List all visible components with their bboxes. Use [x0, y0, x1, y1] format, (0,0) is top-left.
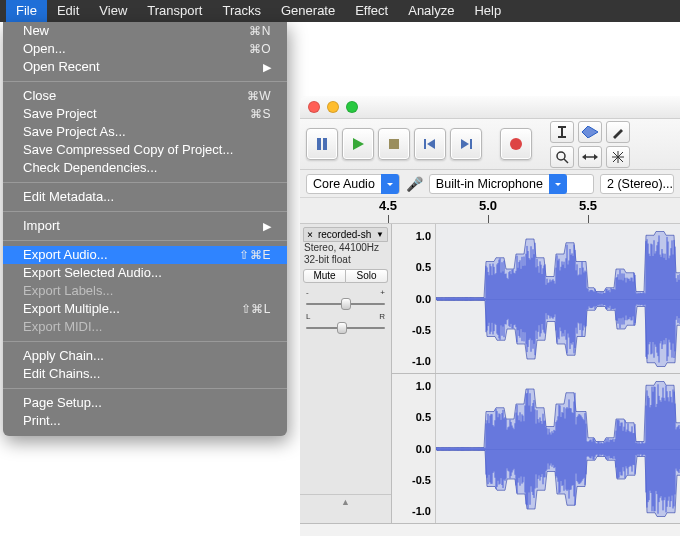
solo-button[interactable]: Solo: [346, 269, 388, 283]
menu-item-edit-metadata[interactable]: Edit Metadata...: [3, 188, 287, 206]
menu-item-export-labels[interactable]: Export Labels...: [3, 282, 287, 300]
menu-item-save-project-as[interactable]: Save Project As...: [3, 123, 287, 141]
menu-item-close[interactable]: Close⌘W: [3, 87, 287, 105]
title-bar: [300, 96, 680, 118]
chevron-down-icon: ▼: [376, 230, 384, 239]
menu-item-import[interactable]: Import▶: [3, 217, 287, 235]
transport-toolbar: [300, 118, 680, 170]
svg-marker-7: [461, 139, 469, 149]
menu-analyze[interactable]: Analyze: [398, 0, 464, 22]
menu-tracks[interactable]: Tracks: [212, 0, 271, 22]
track-format: Stereo, 44100Hz: [300, 242, 391, 254]
collapse-track-button[interactable]: ▲: [300, 494, 391, 508]
audio-host-select[interactable]: Core Audio: [306, 174, 400, 194]
window-zoom-button[interactable]: [346, 101, 358, 113]
skip-end-button[interactable]: [450, 128, 482, 160]
gain-slider[interactable]: -+: [300, 286, 391, 310]
window-close-button[interactable]: [308, 101, 320, 113]
svg-marker-17: [594, 154, 598, 160]
waveform-area[interactable]: 1.0 0.5 0.0 -0.5 -1.0 1.0 0.5 0.0 -0.5: [392, 224, 680, 524]
menu-item-export-audio[interactable]: Export Audio...⇧⌘E: [3, 246, 287, 264]
track-bitdepth: 32-bit float: [300, 254, 391, 266]
svg-point-8: [510, 138, 522, 150]
svg-line-14: [564, 159, 568, 163]
recording-channels-select[interactable]: 2 (Stereo)...: [600, 174, 674, 194]
menu-file[interactable]: File: [6, 0, 47, 22]
svg-rect-6: [470, 139, 472, 149]
menu-item-save-project[interactable]: Save Project⌘S: [3, 105, 287, 123]
file-menu-dropdown: New⌘NOpen...⌘OOpen Recent▶Close⌘WSave Pr…: [3, 22, 287, 436]
zoom-tool[interactable]: [550, 146, 574, 168]
menu-item-page-setup[interactable]: Page Setup...: [3, 394, 287, 412]
svg-rect-11: [558, 136, 566, 138]
ruler-tick: 4.5: [368, 198, 408, 213]
waveform-channel-right[interactable]: [436, 374, 680, 523]
timeline-ruler[interactable]: 4.5 5.0 5.5: [300, 198, 680, 224]
menu-item-new[interactable]: New⌘N: [3, 22, 287, 40]
ruler-tick: 5.0: [468, 198, 508, 213]
menu-item-open-recent[interactable]: Open Recent▶: [3, 58, 287, 76]
menu-item-save-compressed-copy-of-project[interactable]: Save Compressed Copy of Project...: [3, 141, 287, 159]
svg-rect-0: [317, 138, 321, 150]
menu-item-apply-chain[interactable]: Apply Chain...: [3, 347, 287, 365]
audacity-window: Core Audio 🎤 Built-in Microphone 2 (Ster…: [300, 96, 680, 536]
track-panel: × recorded-sh ▼ Stereo, 44100Hz 32-bit f…: [300, 224, 680, 524]
menu-item-edit-chains[interactable]: Edit Chains...: [3, 365, 287, 383]
window-minimize-button[interactable]: [327, 101, 339, 113]
svg-marker-2: [353, 138, 364, 150]
record-button[interactable]: [500, 128, 532, 160]
pan-slider[interactable]: LR: [300, 310, 391, 334]
menu-bar: File Edit View Transport Tracks Generate…: [0, 0, 680, 22]
svg-point-13: [557, 152, 565, 160]
svg-rect-4: [424, 139, 426, 149]
tools-toolbar: [550, 121, 630, 168]
svg-marker-12: [582, 126, 598, 138]
menu-view[interactable]: View: [89, 0, 137, 22]
svg-rect-1: [323, 138, 327, 150]
waveform-channel-left[interactable]: [436, 224, 680, 373]
close-track-icon[interactable]: ×: [307, 229, 313, 240]
track-menu-button[interactable]: × recorded-sh ▼: [303, 227, 388, 242]
menu-help[interactable]: Help: [464, 0, 511, 22]
mute-button[interactable]: Mute: [303, 269, 346, 283]
menu-item-check-dependencies[interactable]: Check Dependencies...: [3, 159, 287, 177]
menu-item-open[interactable]: Open...⌘O: [3, 40, 287, 58]
svg-rect-10: [558, 126, 566, 128]
vertical-ruler: 1.0 0.5 0.0 -0.5 -1.0: [392, 374, 436, 523]
menu-transport[interactable]: Transport: [137, 0, 212, 22]
svg-marker-5: [427, 139, 435, 149]
menu-effect[interactable]: Effect: [345, 0, 398, 22]
play-button[interactable]: [342, 128, 374, 160]
menu-generate[interactable]: Generate: [271, 0, 345, 22]
microphone-icon: 🎤: [406, 176, 423, 192]
menu-item-export-multiple[interactable]: Export Multiple...⇧⌘L: [3, 300, 287, 318]
chevron-right-icon: ▶: [263, 217, 271, 235]
stop-button[interactable]: [378, 128, 410, 160]
menu-item-print[interactable]: Print...: [3, 412, 287, 430]
envelope-tool[interactable]: [578, 121, 602, 143]
skip-start-button[interactable]: [414, 128, 446, 160]
multi-tool[interactable]: [606, 146, 630, 168]
menu-item-export-selected-audio[interactable]: Export Selected Audio...: [3, 264, 287, 282]
svg-rect-3: [389, 139, 399, 149]
pause-button[interactable]: [306, 128, 338, 160]
track-name: recorded-sh: [318, 229, 371, 240]
menu-item-export-midi[interactable]: Export MIDI...: [3, 318, 287, 336]
vertical-ruler: 1.0 0.5 0.0 -0.5 -1.0: [392, 224, 436, 373]
ruler-tick: 5.5: [568, 198, 608, 213]
recording-device-select[interactable]: Built-in Microphone: [429, 174, 594, 194]
track-control-panel[interactable]: × recorded-sh ▼ Stereo, 44100Hz 32-bit f…: [300, 224, 392, 524]
draw-tool[interactable]: [606, 121, 630, 143]
svg-marker-16: [582, 154, 586, 160]
chevron-right-icon: ▶: [263, 58, 271, 76]
timeshift-tool[interactable]: [578, 146, 602, 168]
device-toolbar: Core Audio 🎤 Built-in Microphone 2 (Ster…: [300, 170, 680, 198]
menu-edit[interactable]: Edit: [47, 0, 89, 22]
selection-tool[interactable]: [550, 121, 574, 143]
